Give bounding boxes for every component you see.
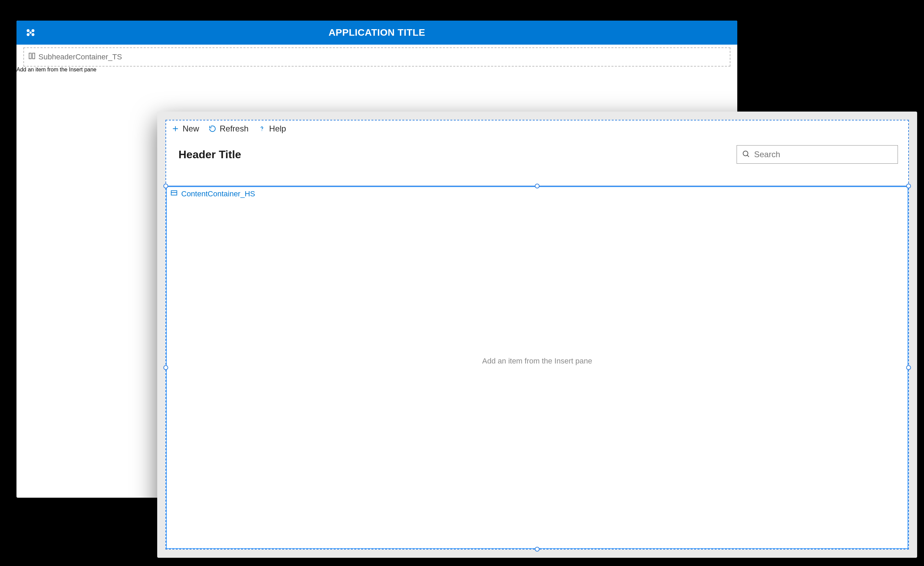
search-input[interactable] xyxy=(754,150,893,159)
resize-handle-top-right[interactable] xyxy=(906,184,911,188)
svg-rect-6 xyxy=(33,53,34,59)
header-row: Header Title xyxy=(166,137,908,171)
columns-icon xyxy=(28,52,36,62)
resize-handle-top-left[interactable] xyxy=(164,184,168,188)
command-bar: New Refresh Help xyxy=(166,120,908,137)
resize-handle-top[interactable] xyxy=(535,184,540,188)
subheader-container[interactable]: SubheaderContainer_TS xyxy=(23,47,730,67)
subheader-hint: Add an item from the Insert pane xyxy=(16,67,737,73)
svg-rect-5 xyxy=(29,53,31,59)
svg-point-3 xyxy=(32,33,34,36)
content-container-name: ContentContainer_HS xyxy=(181,189,255,198)
subheader-label: SubheaderContainer_TS xyxy=(28,52,122,62)
subheader-wrap: SubheaderContainer_TS Add an item from t… xyxy=(16,47,737,73)
plus-icon xyxy=(172,125,179,132)
search-icon xyxy=(742,150,750,159)
front-inner: New Refresh Help Header Ti xyxy=(165,120,909,549)
selection-border xyxy=(166,186,908,549)
subheader-name-text: SubheaderContainer_TS xyxy=(39,53,122,62)
refresh-label: Refresh xyxy=(220,124,249,134)
refresh-button[interactable]: Refresh xyxy=(209,124,249,134)
resize-handle-bottom[interactable] xyxy=(535,547,540,552)
svg-point-2 xyxy=(27,33,30,36)
app-logo-icon xyxy=(25,27,36,38)
new-label: New xyxy=(183,124,199,134)
container-icon xyxy=(170,189,178,199)
help-icon xyxy=(258,125,266,132)
content-container[interactable]: ContentContainer_HS Add an item from the… xyxy=(166,186,908,549)
svg-point-10 xyxy=(743,151,748,156)
content-container-hint: Add an item from the Insert pane xyxy=(166,357,908,366)
content-container-label: ContentContainer_HS xyxy=(170,189,255,199)
svg-point-4 xyxy=(30,32,32,34)
resize-handle-right[interactable] xyxy=(906,365,911,370)
header-title: Header Title xyxy=(178,148,241,161)
svg-point-9 xyxy=(261,131,262,131)
front-panel: New Refresh Help Header Ti xyxy=(157,111,917,558)
svg-line-11 xyxy=(747,155,749,157)
search-box[interactable] xyxy=(736,145,898,164)
help-label: Help xyxy=(269,124,286,134)
svg-point-1 xyxy=(32,29,34,32)
app-title: APPLICATION TITLE xyxy=(16,27,737,38)
resize-handle-left[interactable] xyxy=(164,365,168,370)
refresh-icon xyxy=(209,125,216,132)
title-bar: APPLICATION TITLE xyxy=(16,21,737,45)
new-button[interactable]: New xyxy=(172,124,199,134)
svg-point-0 xyxy=(27,29,30,32)
help-button[interactable]: Help xyxy=(258,124,286,134)
